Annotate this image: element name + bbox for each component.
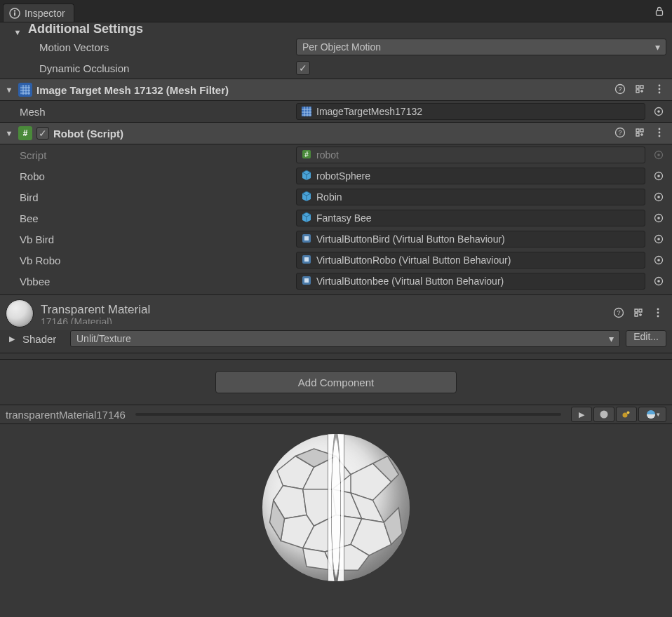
foldout-icon[interactable]: ▼ — [4, 86, 14, 94]
help-icon[interactable]: ? — [614, 127, 626, 140]
motion-vectors-select[interactable]: Per Object Motion ▾ — [296, 39, 666, 55]
mesh-filter-icon — [18, 83, 32, 97]
preview-sphere — [262, 434, 410, 581]
object-field-value: VirtualButtonRobo (Virtual Button Behavi… — [316, 255, 511, 266]
svg-rect-29 — [304, 236, 309, 240]
material-section: Transparent Material 17146 (Material) ? … — [0, 294, 672, 353]
inspector-tabbar: Inspector — [0, 0, 672, 22]
object-picker-icon[interactable] — [651, 233, 666, 245]
kebab-menu-icon[interactable] — [654, 83, 665, 97]
gameobject-icon — [301, 191, 312, 204]
svg-text:#: # — [304, 151, 309, 158]
svg-point-45 — [600, 411, 608, 419]
object-field-value: robotSphere — [316, 170, 370, 182]
foldout-icon[interactable]: ▼ — [4, 129, 14, 137]
shader-row: ▶ Shader Unlit/Texture ▾ Edit... — [0, 330, 672, 353]
material-header[interactable]: Transparent Material 17146 (Material) ? — [0, 294, 672, 330]
inspector-tab-label: Inspector — [25, 8, 65, 19]
svg-point-27 — [657, 217, 660, 219]
object-field[interactable]: robotSphere — [296, 168, 645, 184]
inspector-tab[interactable]: Inspector — [3, 4, 74, 22]
object-picker-icon[interactable] — [651, 255, 666, 266]
material-name: Transparent Material — [41, 304, 606, 316]
mesh-filter-header[interactable]: ▼ Image Target Mesh 17132 (Mesh Filter) … — [0, 79, 672, 101]
object-field-value: Fantasy Bee — [316, 212, 372, 224]
svg-point-47 — [627, 412, 630, 414]
mesh-value: ImageTargetMesh17132 — [316, 106, 422, 117]
component-icon — [301, 275, 312, 288]
motion-vectors-value: Per Object Motion — [302, 41, 381, 53]
svg-point-25 — [657, 196, 660, 198]
svg-point-23 — [657, 175, 660, 177]
foldout-icon[interactable]: ▶ — [7, 334, 17, 344]
preview-lighting-button[interactable] — [616, 407, 637, 422]
property-label: Vb Bird — [20, 233, 290, 245]
svg-point-43 — [657, 311, 659, 313]
preview-slider[interactable] — [135, 413, 561, 416]
kebab-menu-icon[interactable] — [654, 127, 665, 140]
object-picker-icon[interactable] — [651, 106, 666, 117]
shader-edit-button[interactable]: Edit... — [626, 330, 666, 347]
lock-icon[interactable] — [654, 6, 665, 19]
mesh-asset-icon — [301, 106, 312, 117]
additional-settings-header[interactable]: Additional Settings — [28, 22, 143, 36]
svg-point-42 — [657, 308, 659, 310]
info-icon — [9, 8, 20, 19]
property-row: Script#robot — [0, 144, 672, 165]
dynamic-occlusion-label: Dynamic Occlusion — [39, 62, 290, 74]
svg-point-17 — [659, 135, 661, 137]
preset-icon[interactable] — [634, 83, 645, 97]
svg-point-1 — [14, 10, 15, 11]
object-field[interactable]: VirtualButtonRobo (Virtual Button Behavi… — [296, 252, 645, 269]
preset-icon[interactable] — [633, 307, 644, 320]
mesh-filter-title: Image Target Mesh 17132 (Mesh Filter) — [36, 84, 229, 96]
dynamic-occlusion-checkbox[interactable]: ✓ — [296, 61, 310, 75]
shader-select[interactable]: Unlit/Texture ▾ — [70, 330, 620, 347]
foldout-icon[interactable]: ▼ — [13, 28, 22, 36]
preview-sphere-button[interactable] — [593, 407, 614, 422]
chevron-down-icon: ▾ — [655, 41, 660, 53]
svg-point-46 — [623, 413, 628, 418]
help-icon[interactable]: ? — [613, 307, 624, 320]
property-label: Vbbee — [20, 276, 290, 287]
kebab-menu-icon[interactable] — [652, 307, 664, 320]
object-field[interactable]: Robin — [296, 189, 645, 205]
svg-point-35 — [657, 259, 660, 262]
preview-skybox-button[interactable]: ▾ — [638, 407, 666, 422]
svg-rect-2 — [14, 12, 15, 15]
preview-toolbar: transparentMaterial17146 ▶ ▾ — [0, 405, 672, 424]
chevron-down-icon: ▾ — [657, 411, 660, 418]
robot-enabled-checkbox[interactable]: ✓ — [36, 127, 49, 140]
mesh-object-field[interactable]: ImageTargetMesh17132 — [296, 103, 645, 120]
motion-vectors-row: Motion Vectors Per Object Motion ▾ — [0, 36, 672, 57]
property-row: VbbeeVirtualButtonbee (Virtual Button Be… — [0, 271, 672, 292]
object-picker-icon[interactable] — [651, 276, 666, 287]
material-preview[interactable] — [0, 424, 672, 617]
property-label: Script — [20, 149, 290, 161]
help-icon[interactable]: ? — [614, 83, 626, 97]
motion-vectors-label: Motion Vectors — [39, 41, 290, 53]
svg-point-12 — [657, 110, 660, 113]
object-field[interactable]: VirtualButtonbee (Virtual Button Behavio… — [296, 273, 645, 290]
add-component-wrap: Add Component — [0, 360, 672, 405]
add-component-button[interactable]: Add Component — [215, 371, 457, 393]
preset-icon[interactable] — [634, 127, 645, 140]
svg-point-16 — [659, 131, 661, 133]
property-row: Vb RoboVirtualButtonRobo (Virtual Button… — [0, 250, 672, 271]
gameobject-icon — [301, 170, 312, 183]
property-row: Vb BirdVirtualButtonBird (Virtual Button… — [0, 229, 672, 250]
object-field[interactable]: VirtualButtonBird (Virtual Button Behavi… — [296, 231, 645, 248]
object-field-value: VirtualButtonBird (Virtual Button Behavi… — [316, 233, 505, 245]
preview-title: transparentMaterial17146 — [6, 409, 126, 421]
object-field[interactable]: Fantasy Bee — [296, 210, 645, 226]
shader-value: Unlit/Texture — [76, 333, 131, 344]
gameobject-icon — [301, 212, 312, 225]
robot-script-header[interactable]: ▼ # ✓ Robot (Script) ? — [0, 122, 672, 144]
object-field-value: VirtualButtonbee (Virtual Button Behavio… — [316, 276, 504, 287]
object-picker-icon[interactable] — [651, 170, 666, 182]
preview-play-button[interactable]: ▶ — [571, 407, 592, 422]
object-picker-icon[interactable] — [651, 212, 666, 224]
mesh-row: Mesh ImageTargetMesh17132 — [0, 101, 672, 122]
object-picker-icon[interactable] — [651, 191, 666, 203]
material-subtitle: 17146 (Material) — [41, 317, 606, 324]
